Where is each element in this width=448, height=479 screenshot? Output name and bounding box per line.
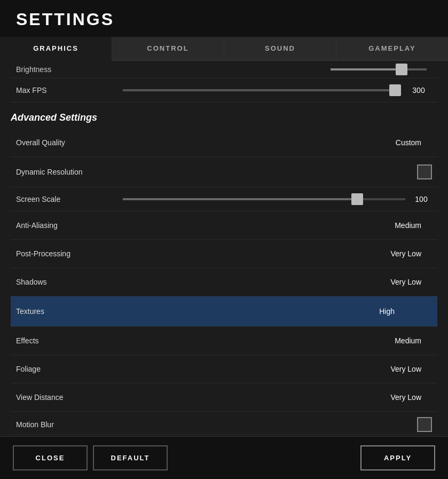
close-button[interactable]: CLOSE (13, 445, 88, 470)
setting-overall-quality[interactable]: Overall Quality Custom (11, 129, 437, 157)
max-fps-thumb[interactable] (389, 84, 401, 96)
partial-bottom-row: Motion Blur (11, 412, 437, 435)
setting-foliage[interactable]: Foliage Very Low (11, 355, 437, 383)
apply-button[interactable]: APPLY (360, 445, 435, 470)
advanced-settings-title: Advanced Settings (11, 103, 437, 129)
bottom-bar: CLOSE DEFAULT APPLY (0, 436, 448, 479)
screen-scale-value: 100 (411, 195, 432, 203)
setting-anti-aliasing[interactable]: Anti-Aliasing Medium (11, 211, 437, 240)
partial-top-row: Brightness (11, 61, 437, 78)
setting-dynamic-resolution[interactable]: Dynamic Resolution (11, 157, 437, 187)
tab-control[interactable]: CONTROL (112, 37, 224, 60)
screen-scale-row: Screen Scale 100 (11, 187, 437, 211)
tabs-bar: GRAPHICS CONTROL SOUND GAMEPLAY (0, 37, 448, 61)
max-fps-slider[interactable] (123, 89, 400, 91)
setting-effects[interactable]: Effects Medium (11, 327, 437, 355)
setting-textures[interactable]: Textures High (11, 296, 437, 327)
setting-post-processing[interactable]: Post-Processing Very Low (11, 240, 437, 268)
page-title: SETTINGS (16, 10, 432, 29)
max-fps-value: 300 (405, 86, 432, 95)
setting-shadows[interactable]: Shadows Very Low (11, 268, 437, 296)
max-fps-label: Max FPS (16, 86, 123, 95)
tab-gameplay[interactable]: GAMEPLAY (336, 37, 448, 60)
tab-sound[interactable]: SOUND (224, 37, 336, 60)
screen-scale-slider[interactable] (123, 198, 405, 200)
tab-graphics[interactable]: GRAPHICS (0, 37, 112, 61)
screen-scale-thumb[interactable] (351, 193, 363, 205)
setting-view-distance[interactable]: View Distance Very Low (11, 383, 437, 412)
motion-blur-toggle[interactable] (417, 417, 432, 432)
title-bar: SETTINGS (0, 0, 448, 37)
max-fps-row: Max FPS 300 (11, 78, 437, 103)
screen-scale-label: Screen Scale (16, 195, 123, 203)
dynamic-resolution-toggle[interactable] (417, 164, 432, 179)
default-button[interactable]: DEFAULT (93, 445, 168, 470)
content-area[interactable]: Brightness Max FPS 300 Advanced Settings… (0, 61, 448, 436)
settings-container: SETTINGS GRAPHICS CONTROL SOUND GAMEPLAY… (0, 0, 448, 479)
